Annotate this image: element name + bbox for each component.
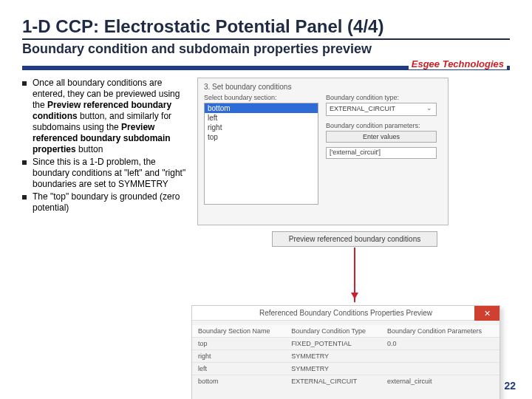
select-label: Select boundary section: [204,94,318,101]
bullet-icon [22,160,27,165]
list-item: Since this is a 1-D problem, the boundar… [22,157,188,190]
page-number: 22 [504,380,516,392]
brand-logo: Esgee Technologies [409,58,507,69]
listbox-option[interactable]: left [205,113,318,123]
bullet-icon [22,81,27,86]
list-item: The "top" boundary is grounded (zero pot… [22,191,188,214]
col-header: Boundary Condition Type [285,325,381,338]
bc-type-label: Boundary condition type: [326,94,442,101]
table-row: leftSYMMETRY [192,363,499,375]
col-header: Boundary Condition Parameters [381,325,499,338]
boundary-panel: 3. Set boundary conditions Select bounda… [197,78,449,225]
divider: Esgee Technologies [22,61,510,72]
preview-dialog: Referenced Boundary Conditions Propertie… [191,305,500,399]
dialog-title: Referenced Boundary Conditions Propertie… [192,306,499,321]
bullet-icon [22,195,27,200]
table-row: topFIXED_POTENTIAL0.0 [192,338,499,350]
enter-values-button[interactable]: Enter values [326,131,437,143]
bullet-column: Once all boundary conditions are entered… [22,78,188,215]
slide-title: 1-D CCP: Electrostatic Potential Panel (… [22,16,510,40]
close-icon[interactable]: ✕ [474,306,499,321]
listbox-option[interactable]: right [205,123,318,132]
preview-referenced-bc-button[interactable]: Preview referenced boundary conditions [272,231,437,247]
table-row: bottomEXTERNAL_CIRCUITexternal_circuit [192,375,499,388]
col-header: Boundary Section Name [192,325,285,338]
table-row: rightSYMMETRY [192,350,499,363]
step-heading: 3. Set boundary conditions [204,83,442,91]
bc-param-label: Boundary condition parameters: [326,122,442,129]
listbox-option[interactable]: top [205,132,318,142]
annotation-arrow [354,248,355,302]
boundary-section-listbox[interactable]: bottom left right top [204,103,318,205]
bc-type-dropdown[interactable]: EXTERNAL_CIRCUIT [326,103,437,116]
preview-table: Boundary Section Name Boundary Condition… [192,325,499,387]
listbox-option-selected[interactable]: bottom [205,103,318,113]
list-item: Once all boundary conditions are entered… [22,78,188,155]
slide-subtitle: Boundary condition and subdomain propert… [22,41,510,57]
param-field[interactable]: ['external_circuit'] [326,147,437,159]
table-header-row: Boundary Section Name Boundary Condition… [192,325,499,338]
